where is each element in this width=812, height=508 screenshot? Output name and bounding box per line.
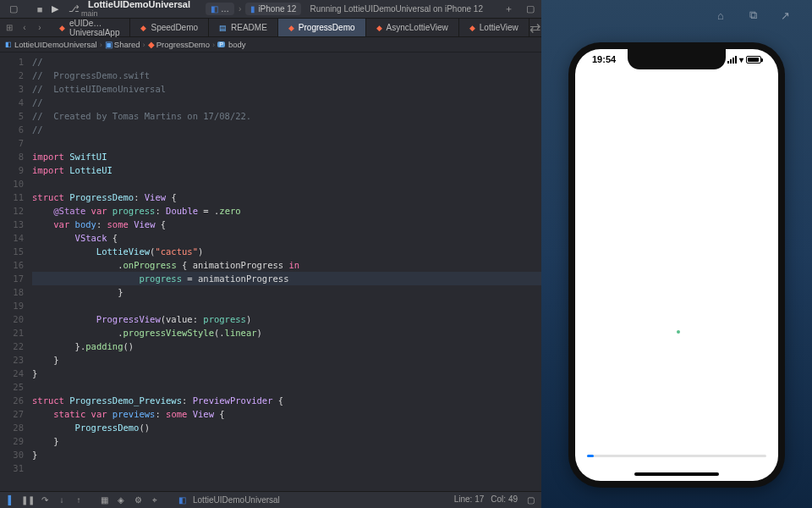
code-line[interactable]: }	[32, 434, 541, 448]
add-tab-icon[interactable]: ＋	[501, 2, 516, 17]
home-icon[interactable]: ⌂	[714, 8, 727, 22]
tab-speeddemo[interactable]: ◆SpeedDemo	[130, 19, 209, 36]
code-line[interactable]	[32, 177, 541, 190]
line-number: 18	[0, 285, 24, 299]
code-line[interactable]: .onProgress { animationProgress in	[32, 258, 541, 272]
code-line[interactable]: //	[32, 123, 541, 136]
line-number: 25	[0, 380, 24, 394]
code-line[interactable]: static var previews: some View {	[32, 407, 541, 421]
code-editor[interactable]: 1234567891011121314151617181920212223242…	[0, 52, 541, 491]
code-line[interactable]: import LottieUI	[32, 163, 541, 177]
code-line[interactable]: }.padding()	[32, 340, 541, 353]
line-number: 6	[0, 123, 24, 136]
code-line[interactable]: ProgressDemo()	[32, 421, 541, 434]
code-line[interactable]: ProgressView(value: progress)	[32, 312, 541, 326]
run-button[interactable]: ▶	[47, 2, 63, 17]
code-line[interactable]: VStack {	[32, 231, 541, 245]
code-line[interactable]: @State var progress: Double = .zero	[32, 204, 541, 218]
line-number: 9	[0, 163, 24, 177]
code-line[interactable]: // Created by Tomas Martins on 17/08/22.	[32, 109, 541, 123]
simulator-pane: ⌂ ⧉ ↗ 19:54 ▾	[541, 0, 812, 508]
scheme-icon[interactable]: ⎇	[66, 2, 81, 17]
tab-label: README	[231, 23, 267, 32]
debug-view-icon[interactable]: ▦	[98, 494, 110, 506]
step-over-icon[interactable]: ↷	[39, 494, 51, 506]
forward-icon[interactable]: ›	[33, 21, 47, 35]
cellular-icon	[727, 56, 737, 64]
project-title: LottieUIDemoUniversal	[88, 0, 190, 9]
line-number: 19	[0, 299, 24, 312]
line-number: 22	[0, 340, 24, 353]
tab-euide-universalapp[interactable]: ◆eUIDe…UniversalApp	[49, 19, 130, 36]
code-line[interactable]: .progressViewStyle(.linear)	[32, 326, 541, 340]
code-line[interactable]: struct ProgressDemo_Previews: PreviewPro…	[32, 394, 541, 407]
code-line[interactable]: }	[32, 367, 541, 380]
destination-pill[interactable]: ▮ iPhone 12	[245, 3, 301, 15]
code-line[interactable]: struct ProgressDemo: View {	[32, 190, 541, 204]
external-icon[interactable]: ↗	[778, 8, 792, 22]
cursor-line-label: Line: 17	[454, 494, 485, 506]
tab-lottieview[interactable]: ◆LottieView	[459, 19, 529, 36]
xcode-editor-pane: ▢ ■ ▶ ⎇ LottieUIDemoUniversal main ◧ … ›…	[0, 0, 541, 508]
line-number: 26	[0, 394, 24, 407]
env-icon[interactable]: ⚙	[132, 494, 144, 506]
swift-icon: ◆	[288, 24, 294, 32]
destination-label: iPhone 12	[258, 4, 296, 14]
pause-icon[interactable]: ❚❚	[22, 494, 34, 506]
code-line[interactable]: // LottieUIDemoUniversal	[32, 82, 541, 96]
scheme-pill[interactable]: ◧ …	[206, 3, 234, 15]
folder-icon: ▣	[105, 40, 112, 49]
tab-readme[interactable]: ▤README	[209, 19, 278, 36]
code-line[interactable]: progress = animationProgress	[32, 272, 541, 285]
swift-icon: ◆	[140, 24, 146, 32]
bc-symbol[interactable]: body	[228, 40, 246, 49]
scheme-destination[interactable]: ◧ … › ▮ iPhone 12	[206, 3, 301, 15]
line-number: 3	[0, 82, 24, 96]
code-line[interactable]	[32, 380, 541, 394]
code-line[interactable]: }	[32, 448, 541, 461]
chevron-icon: ›	[212, 40, 215, 49]
code-line[interactable]: import SwiftUI	[32, 150, 541, 163]
adjust-editor-icon[interactable]: ⇄	[529, 19, 540, 36]
location-icon[interactable]: ⌖	[149, 494, 161, 506]
markdown-icon: ▤	[219, 24, 227, 32]
tab-label: ProgressDemo	[299, 23, 355, 32]
bc-folder[interactable]: Shared	[114, 40, 140, 49]
code-line[interactable]	[32, 461, 541, 475]
bc-project[interactable]: LottieUIDemoUniversal	[14, 40, 97, 49]
code-line[interactable]: }	[32, 353, 541, 367]
stop-button[interactable]: ■	[32, 2, 47, 17]
library-icon[interactable]: ▢	[523, 2, 538, 17]
step-into-icon[interactable]: ↓	[56, 494, 68, 506]
jump-bar[interactable]: ◧ LottieUIDemoUniversal › ▣ Shared › ◆ P…	[0, 37, 541, 52]
lottie-animation-dot	[677, 330, 680, 334]
iphone-screen[interactable]: 19:54 ▾	[575, 49, 778, 481]
panel-toggle-icon[interactable]: ▢	[524, 494, 536, 506]
app-badge-icon: ◧	[176, 494, 188, 506]
related-items-icon[interactable]: ⊞	[3, 21, 16, 35]
line-number: 28	[0, 421, 24, 434]
project-branch: main	[81, 10, 190, 18]
memory-icon[interactable]: ◈	[115, 494, 127, 506]
code-line[interactable]: //	[32, 96, 541, 109]
sidebar-toggle-icon[interactable]: ▢	[6, 2, 21, 17]
code-line[interactable]	[32, 136, 541, 150]
breakpoint-icon[interactable]: ▌	[5, 494, 17, 506]
back-icon[interactable]: ‹	[18, 21, 31, 35]
code-line[interactable]: LottieView("cactus")	[32, 245, 541, 258]
tab-progressdemo[interactable]: ◆ProgressDemo	[278, 19, 366, 36]
code-line[interactable]: // ProgressDemo.swift	[32, 69, 541, 82]
step-out-icon[interactable]: ↑	[73, 494, 85, 506]
code-line[interactable]: var body: some View {	[32, 218, 541, 231]
code-line[interactable]: }	[32, 285, 541, 299]
line-number: 15	[0, 245, 24, 258]
line-number: 29	[0, 434, 24, 448]
code-line[interactable]: //	[32, 55, 541, 69]
tab-asynclottieview[interactable]: ◆AsyncLottieView	[366, 19, 459, 36]
code-line[interactable]	[32, 299, 541, 312]
line-number: 21	[0, 326, 24, 340]
code-content[interactable]: //// ProgressDemo.swift// LottieUIDemoUn…	[29, 52, 541, 491]
bc-file[interactable]: ProgressDemo	[156, 40, 210, 49]
screenshot-icon[interactable]: ⧉	[746, 8, 760, 22]
line-number: 10	[0, 177, 24, 190]
